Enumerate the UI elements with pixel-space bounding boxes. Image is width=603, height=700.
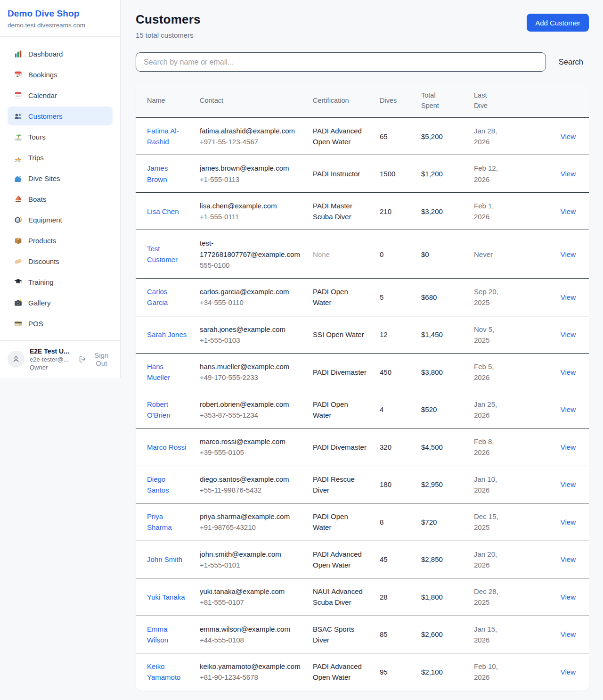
customer-name-link[interactable]: Sarah Jones	[147, 330, 187, 338]
total-spent-cell: $4,500	[421, 428, 474, 466]
total-spent-cell: $5,200	[421, 117, 474, 155]
customer-name-link[interactable]: Keiko Yamamoto	[147, 662, 180, 681]
sidebar-item-label: Calendar	[28, 91, 57, 99]
contact-cell: carlos.garcia@example.com+34-555-0110	[200, 279, 313, 316]
sidebar-item-equipment[interactable]: Equipment	[8, 210, 113, 229]
customer-name-link[interactable]: Lisa Chen	[147, 207, 179, 215]
sidebar-item-trips[interactable]: Trips	[8, 148, 113, 167]
name-cell: Robert O'Brien	[136, 391, 200, 428]
sidebar-item-label: Equipment	[28, 216, 62, 224]
total-spent-cell: $2,850	[421, 541, 474, 578]
sidebar-item-pos[interactable]: POS	[8, 314, 113, 333]
view-customer-link[interactable]: View	[561, 555, 576, 563]
customer-phone: +81-90-1234-5678	[200, 672, 302, 683]
view-customer-link[interactable]: View	[561, 518, 576, 526]
customer-email: yuki.tanaka@example.com	[200, 586, 302, 597]
customer-name-link[interactable]: Hans Mueller	[147, 362, 170, 381]
main-content: Customers 15 total customers Add Custome…	[121, 0, 603, 700]
view-cell: View	[523, 192, 589, 230]
sidebar-nav: Dashboard 17 Bookings Calendar Customers…	[0, 37, 120, 340]
sign-out-button[interactable]: Sign Out	[78, 351, 113, 367]
view-customer-link[interactable]: View	[561, 443, 576, 451]
customer-email: robert.obrien@example.com	[200, 399, 302, 410]
customer-phone: +353-87-555-1234	[200, 410, 302, 420]
customer-name-link[interactable]: Fatima Al-Rashid	[147, 127, 179, 146]
last-dive-cell: Jan 15, 2026	[474, 616, 523, 653]
training-icon	[13, 277, 23, 287]
view-customer-link[interactable]: View	[561, 368, 576, 376]
sidebar-item-dashboard[interactable]: Dashboard	[8, 44, 113, 63]
view-customer-link[interactable]: View	[561, 207, 576, 215]
customer-name-link[interactable]: John Smith	[147, 555, 182, 563]
last-dive-cell: Feb 12, 2026	[474, 155, 523, 193]
customer-phone: +44-555-0108	[200, 634, 302, 645]
contact-cell: diego.santos@example.com+55-11-99876-543…	[200, 466, 313, 503]
certification-cell: None	[313, 230, 380, 279]
dives-cell: 0	[380, 230, 421, 279]
dives-cell: 28	[380, 578, 421, 616]
contact-cell: yuki.tanaka@example.com+81-555-0107	[200, 578, 313, 616]
certification-cell: PADI Open Water	[313, 279, 380, 316]
avatar	[8, 351, 24, 368]
dives-cell: 450	[380, 354, 421, 391]
shop-domain: demo.test.divestreams.com	[8, 22, 113, 29]
customer-name-link[interactable]: Diego Santos	[147, 475, 169, 494]
search-button[interactable]: Search	[546, 58, 589, 66]
view-cell: View	[523, 578, 589, 616]
view-customer-link[interactable]: View	[561, 132, 576, 140]
total-spent-cell: $680	[421, 279, 474, 316]
customer-name-link[interactable]: Carlos Garcia	[147, 288, 168, 306]
customer-email: lisa.chen@example.com	[200, 200, 302, 211]
contact-cell: john.smith@example.com+1-555-0101	[200, 541, 313, 578]
view-customer-link[interactable]: View	[561, 593, 576, 601]
contact-cell: keiko.yamamoto@example.com+81-90-1234-56…	[200, 653, 313, 691]
dives-cell: 180	[380, 466, 421, 503]
customer-name-link[interactable]: Robert O'Brien	[147, 400, 171, 419]
products-icon	[13, 236, 23, 245]
dives-cell: 210	[380, 192, 421, 230]
name-cell: Diego Santos	[136, 466, 200, 503]
total-spent-cell: $520	[421, 391, 474, 428]
view-customer-link[interactable]: View	[561, 250, 576, 258]
view-customer-link[interactable]: View	[561, 170, 576, 178]
certification-cell: BSAC Sports Diver	[313, 616, 380, 653]
view-customer-link[interactable]: View	[561, 293, 576, 301]
sidebar-item-discounts[interactable]: Discounts	[8, 252, 113, 271]
view-customer-link[interactable]: View	[561, 405, 576, 413]
table-row: Test Customertest-1772681807767@example.…	[136, 230, 589, 279]
sidebar-item-tours[interactable]: Tours	[8, 127, 113, 146]
add-customer-button[interactable]: Add Customer	[527, 14, 589, 32]
customer-name-link[interactable]: Emma Wilson	[147, 625, 168, 644]
search-row: Search	[136, 52, 589, 72]
user-role: Owner	[30, 364, 72, 371]
customer-name-link[interactable]: James Brown	[147, 164, 168, 183]
view-customer-link[interactable]: View	[561, 668, 576, 676]
sidebar-item-calendar[interactable]: Calendar	[8, 86, 113, 105]
table-row: Diego Santosdiego.santos@example.com+55-…	[136, 466, 589, 503]
customer-phone: +39-555-0105	[200, 447, 302, 458]
bookings-icon: 17	[13, 70, 23, 79]
sidebar-item-gallery[interactable]: Gallery	[8, 293, 113, 312]
dives-cell: 1500	[380, 155, 421, 193]
table-row: James Brownjames.brown@example.com+1-555…	[136, 155, 589, 193]
view-customer-link[interactable]: View	[561, 330, 576, 338]
sidebar-item-label: Bookings	[28, 71, 57, 79]
sidebar-item-boats[interactable]: Boats	[8, 189, 113, 208]
customer-name-link[interactable]: Yuki Tanaka	[147, 593, 185, 601]
view-customer-link[interactable]: View	[561, 630, 576, 638]
name-cell: Lisa Chen	[136, 192, 200, 230]
sidebar-item-training[interactable]: Training	[8, 272, 113, 291]
name-cell: James Brown	[136, 155, 200, 193]
search-input[interactable]	[136, 52, 546, 72]
customer-name-link[interactable]: Test Customer	[147, 245, 178, 264]
contact-cell: emma.wilson@example.com+44-555-0108	[200, 616, 313, 653]
user-email: e2e-tester@...	[30, 356, 72, 363]
customer-name-link[interactable]: Marco Rossi	[147, 443, 186, 451]
sidebar-item-products[interactable]: Products	[8, 231, 113, 250]
sidebar-item-bookings[interactable]: 17 Bookings	[8, 65, 113, 84]
dives-cell: 65	[380, 117, 421, 155]
view-customer-link[interactable]: View	[561, 480, 576, 488]
sidebar-item-dive-sites[interactable]: Dive Sites	[8, 169, 113, 188]
sidebar-item-customers[interactable]: Customers	[8, 107, 113, 125]
customer-name-link[interactable]: Priya Sharma	[147, 512, 172, 531]
